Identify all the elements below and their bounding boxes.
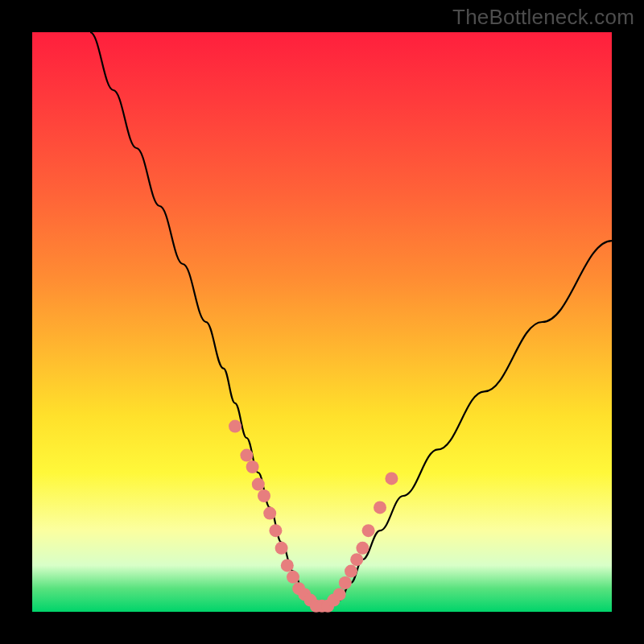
marker-dot bbox=[287, 571, 299, 584]
marker-dot bbox=[350, 553, 363, 566]
marker-dot bbox=[229, 420, 242, 433]
marker-dot bbox=[246, 460, 259, 473]
marker-dot bbox=[258, 489, 270, 502]
marker-dot bbox=[385, 472, 398, 485]
plot-area bbox=[32, 32, 612, 612]
marker-dot bbox=[362, 524, 375, 537]
marker-dot bbox=[333, 588, 346, 601]
marker-dot bbox=[263, 507, 276, 520]
marker-dot bbox=[275, 542, 288, 555]
chart-frame: TheBottleneck.com bbox=[0, 0, 644, 644]
marker-dot bbox=[339, 576, 352, 589]
marker-group bbox=[229, 420, 398, 613]
chart-svg bbox=[32, 32, 612, 612]
marker-dot bbox=[374, 501, 386, 514]
watermark-text: TheBottleneck.com bbox=[452, 5, 634, 30]
marker-dot bbox=[240, 449, 253, 462]
marker-dot bbox=[281, 559, 294, 572]
marker-dot bbox=[252, 478, 265, 491]
marker-dot bbox=[269, 524, 282, 537]
bottleneck-curve bbox=[90, 32, 612, 606]
marker-dot bbox=[345, 565, 357, 578]
marker-dot bbox=[356, 542, 369, 555]
